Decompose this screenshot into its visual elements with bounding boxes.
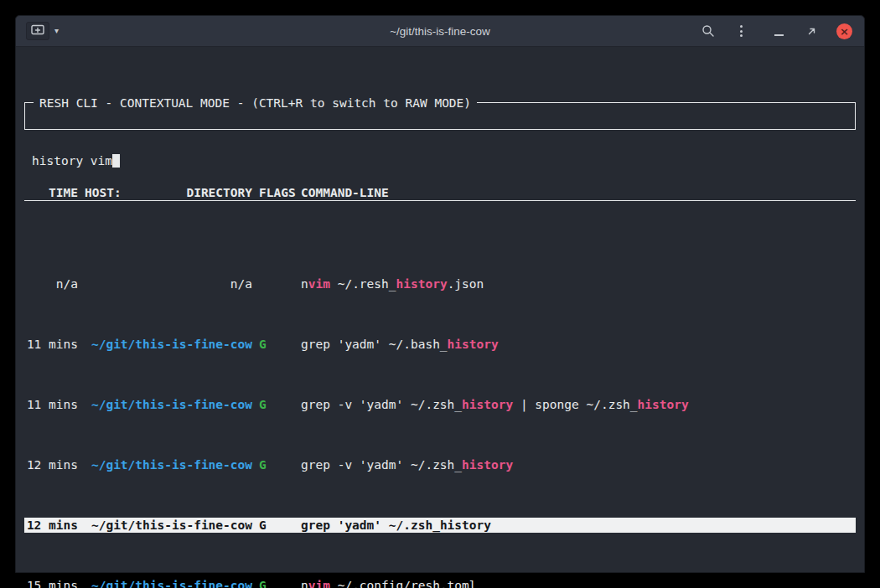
command-segment: grep 'yadm' ~/.bash_ bbox=[301, 338, 448, 351]
terminal-content: RESH CLI - CONTEXTUAL MODE - (CTRL+R to … bbox=[16, 47, 864, 573]
time-cell: n/a bbox=[24, 276, 78, 291]
history-row[interactable]: 11 mins ~/git/this-is-fine-cow G grep 'y… bbox=[24, 337, 856, 352]
command-cell: grep 'yadm' ~/.bash_history bbox=[301, 337, 856, 352]
resh-search-box: RESH CLI - CONTEXTUAL MODE - (CTRL+R to … bbox=[24, 102, 856, 130]
resh-mode-title: RESH CLI - CONTEXTUAL MODE - (CTRL+R to … bbox=[34, 95, 477, 111]
new-tab-button[interactable] bbox=[26, 22, 49, 40]
time-cell: 11 mins bbox=[24, 337, 78, 352]
chevron-down-icon[interactable]: ▾ bbox=[54, 27, 59, 35]
command-match: history bbox=[448, 338, 499, 351]
directory-cell: n/a bbox=[85, 276, 252, 291]
flags-cell bbox=[259, 276, 301, 291]
command-match: history bbox=[462, 398, 513, 411]
time-cell: 15 mins bbox=[24, 578, 78, 588]
command-segment: n bbox=[301, 579, 308, 588]
command-match: history bbox=[638, 398, 689, 411]
time-cell: 12 mins bbox=[24, 457, 78, 472]
history-row[interactable]: 15 mins ~/git/this-is-fine-cow G nvim ~/… bbox=[24, 578, 856, 588]
flags-cell: G bbox=[259, 397, 301, 412]
close-button[interactable]: × bbox=[836, 23, 852, 39]
history-row[interactable]: 11 mins ~/git/this-is-fine-cow G grep -v… bbox=[24, 397, 856, 412]
flags-cell: G bbox=[259, 518, 301, 533]
restore-icon[interactable] bbox=[804, 23, 819, 39]
directory-cell: ~/git/this-is-fine-cow bbox=[85, 518, 252, 533]
command-cell: nvim ~/.config/resh.toml bbox=[301, 578, 856, 588]
close-icon: × bbox=[840, 26, 849, 37]
command-segment: grep 'yadm' ~/.zsh_ bbox=[301, 518, 440, 532]
history-rows: n/a n/a nvim ~/.resh_history.json 11 min… bbox=[24, 246, 856, 588]
menu-icon[interactable] bbox=[733, 23, 748, 39]
command-segment: grep -v 'yadm' ~/.zsh_ bbox=[301, 458, 462, 472]
command-match: history bbox=[462, 458, 513, 472]
text-cursor bbox=[112, 154, 120, 168]
terminal-window: ▾ ~/git/this-is-fine-cow × bbox=[15, 15, 865, 573]
command-cell: grep 'yadm' ~/.zsh_history bbox=[301, 518, 856, 533]
command-segment: | sponge ~/.zsh_ bbox=[513, 398, 637, 411]
command-segment: ~/.resh_ bbox=[330, 277, 396, 291]
command-match: vim bbox=[308, 277, 330, 291]
search-input[interactable]: history vim bbox=[32, 153, 848, 168]
command-cell: grep -v 'yadm' ~/.zsh_history bbox=[301, 457, 856, 472]
time-cell: 11 mins bbox=[24, 397, 78, 412]
flags-cell: G bbox=[259, 457, 301, 472]
command-segment: n bbox=[301, 277, 308, 291]
directory-cell: ~/git/this-is-fine-cow bbox=[85, 457, 252, 472]
search-icon[interactable] bbox=[701, 23, 716, 39]
new-tab-icon bbox=[31, 24, 44, 38]
command-segment: ~/.config/resh.toml bbox=[330, 579, 477, 588]
time-cell: 12 mins bbox=[24, 518, 78, 533]
flags-cell: G bbox=[259, 578, 301, 588]
command-segment: .json bbox=[448, 277, 484, 291]
command-match: vim bbox=[308, 579, 330, 588]
command-cell: nvim ~/.resh_history.json bbox=[301, 276, 856, 291]
command-cell: grep -v 'yadm' ~/.zsh_history | sponge ~… bbox=[301, 397, 856, 412]
directory-cell: ~/git/this-is-fine-cow bbox=[85, 337, 252, 352]
flags-cell: G bbox=[259, 337, 301, 352]
command-segment: grep -v 'yadm' ~/.zsh_ bbox=[301, 398, 462, 411]
history-row[interactable]: 12 mins ~/git/this-is-fine-cow G grep 'y… bbox=[24, 518, 856, 533]
search-query-text: history vim bbox=[32, 154, 112, 168]
history-row[interactable]: n/a n/a nvim ~/.resh_history.json bbox=[24, 276, 856, 291]
directory-cell: ~/git/this-is-fine-cow bbox=[85, 397, 252, 412]
minimize-icon[interactable] bbox=[771, 23, 786, 39]
command-match: history bbox=[396, 277, 448, 291]
history-row[interactable]: 12 mins ~/git/this-is-fine-cow G grep -v… bbox=[24, 457, 856, 472]
directory-cell: ~/git/this-is-fine-cow bbox=[85, 578, 252, 588]
command-match: history bbox=[440, 518, 491, 532]
titlebar[interactable]: ▾ ~/git/this-is-fine-cow × bbox=[16, 16, 864, 47]
